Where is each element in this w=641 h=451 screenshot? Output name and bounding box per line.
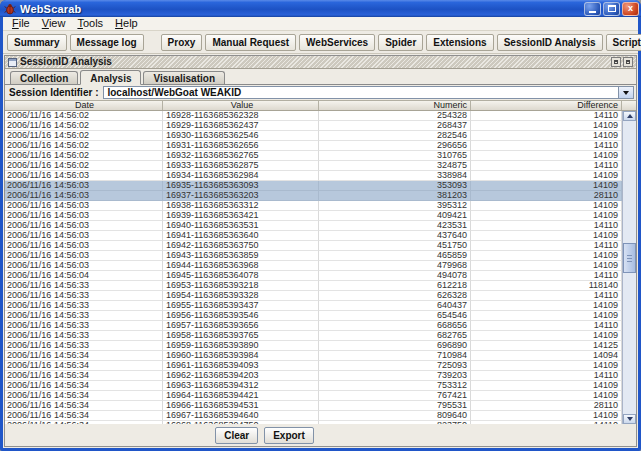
menu-item-file[interactable]: File <box>6 17 36 30</box>
scroll-up-button[interactable] <box>623 111 636 121</box>
toolbar: SummaryMessage logProxyManual RequestWeb… <box>3 31 638 54</box>
table-row[interactable]: 2006/11/16 14:56:3316953-116368539321861… <box>5 281 622 291</box>
column-header-value[interactable]: Value <box>163 101 319 110</box>
session-identifier-combobox[interactable]: localhost/WebGoat WEAKID <box>103 86 634 99</box>
scrollbar-thumb[interactable] <box>623 243 636 273</box>
menu-item-help[interactable]: Help <box>109 17 144 30</box>
table-row[interactable]: 2006/11/16 14:56:0216930-116368536254628… <box>5 131 622 141</box>
cell-date: 2006/11/16 14:56:34 <box>5 381 163 391</box>
cell-numeric: 739203 <box>319 371 471 381</box>
cell-difference: 14109 <box>471 301 622 311</box>
toolbar-button-webservices[interactable]: WebServices <box>299 34 375 51</box>
cell-numeric: 654546 <box>319 311 471 321</box>
table-row[interactable]: 2006/11/16 14:56:3416967-116368539464080… <box>5 411 622 421</box>
tab-analysis[interactable]: Analysis <box>80 70 141 85</box>
cell-numeric: 494078 <box>319 271 471 281</box>
cell-value: 16929-1163685362437 <box>163 121 319 131</box>
toolbar-button-manual-request[interactable]: Manual Request <box>205 34 296 51</box>
maximize-icon <box>608 5 616 12</box>
table-row[interactable]: 2006/11/16 14:56:3416961-116368539409372… <box>5 361 622 371</box>
cell-date: 2006/11/16 14:56:33 <box>5 311 163 321</box>
table-row[interactable]: 2006/11/16 14:56:3316954-116368539332862… <box>5 291 622 301</box>
cell-date: 2006/11/16 14:56:03 <box>5 251 163 261</box>
export-button[interactable]: Export <box>264 427 314 444</box>
cell-difference: 14109 <box>471 131 622 141</box>
table-row[interactable]: 2006/11/16 14:56:3416963-116368539431275… <box>5 381 622 391</box>
tab-visualisation[interactable]: Visualisation <box>143 71 225 84</box>
scroll-down-button[interactable] <box>623 414 636 424</box>
vertical-scrollbar[interactable] <box>622 111 636 424</box>
table-row[interactable]: 2006/11/16 14:56:0216933-116368536287532… <box>5 161 622 171</box>
table-row[interactable]: 2006/11/16 14:56:3416966-116368539453179… <box>5 401 622 411</box>
menu-item-view[interactable]: View <box>36 17 72 30</box>
scrollbar-track[interactable] <box>623 121 636 414</box>
minimize-button[interactable] <box>584 2 601 16</box>
cell-date: 2006/11/16 14:56:34 <box>5 411 163 421</box>
table-row[interactable]: 2006/11/16 14:56:0216929-116368536243726… <box>5 121 622 131</box>
toolbar-button-message-log[interactable]: Message log <box>70 34 144 51</box>
cell-numeric: 296656 <box>319 141 471 151</box>
cell-value: 16964-1163685394421 <box>163 391 319 401</box>
toolbar-button-scripted[interactable]: Scripted <box>606 34 641 51</box>
table-row[interactable]: 2006/11/16 14:56:0316941-116368536364043… <box>5 231 622 241</box>
table-row[interactable]: 2006/11/16 14:56:0316943-116368536385946… <box>5 251 622 261</box>
close-button[interactable]: x <box>622 2 639 16</box>
cell-difference: 14110 <box>471 291 622 301</box>
table-row[interactable]: 2006/11/16 14:56:0216932-116368536276531… <box>5 151 622 161</box>
table-row[interactable]: 2006/11/16 14:56:3416964-116368539442176… <box>5 391 622 401</box>
minimize-icon <box>589 11 596 13</box>
cell-value: 16941-1163685363640 <box>163 231 319 241</box>
table-row[interactable]: 2006/11/16 14:56:0416945-116368536407849… <box>5 271 622 281</box>
clear-button[interactable]: Clear <box>215 427 258 444</box>
cell-date: 2006/11/16 14:56:02 <box>5 161 163 171</box>
toolbar-button-extensions[interactable]: Extensions <box>426 34 493 51</box>
cell-numeric: 353093 <box>319 181 471 191</box>
cell-numeric: 338984 <box>319 171 471 181</box>
cell-date: 2006/11/16 14:56:03 <box>5 221 163 231</box>
cell-value: 16935-1163685363093 <box>163 181 319 191</box>
cell-numeric: 725093 <box>319 361 471 371</box>
app-body: FileViewToolsHelp SummaryMessage logProx… <box>3 17 638 448</box>
cell-value: 16934-1163685362984 <box>163 171 319 181</box>
table-row[interactable]: 2006/11/16 14:56:3316958-116368539376568… <box>5 331 622 341</box>
column-header-difference[interactable]: Difference <box>471 101 622 110</box>
toolbar-button-summary[interactable]: Summary <box>7 34 67 51</box>
cell-difference: 14110 <box>471 221 622 231</box>
table-row[interactable]: 2006/11/16 14:56:0316944-116368536396847… <box>5 261 622 271</box>
column-header-numeric[interactable]: Numeric <box>319 101 471 110</box>
table-row[interactable]: 2006/11/16 14:56:0316934-116368536298433… <box>5 171 622 181</box>
maximize-button[interactable] <box>603 2 620 16</box>
cell-difference: 118140 <box>471 281 622 291</box>
frame-maximize-button[interactable] <box>623 57 633 67</box>
table-row[interactable]: 2006/11/16 14:56:3416960-116368539398471… <box>5 351 622 361</box>
table-row[interactable]: 2006/11/16 14:56:3416962-116368539420373… <box>5 371 622 381</box>
cell-value: 16960-1163685393984 <box>163 351 319 361</box>
cell-difference: 14109 <box>471 261 622 271</box>
table-row[interactable]: 2006/11/16 14:56:0316935-116368536309335… <box>5 181 622 191</box>
title-bar[interactable]: WebScarab x <box>0 0 641 17</box>
toolbar-button-proxy[interactable]: Proxy <box>161 34 203 51</box>
menu-item-tools[interactable]: Tools <box>71 17 109 30</box>
table-row[interactable]: 2006/11/16 14:56:0316939-116368536342140… <box>5 211 622 221</box>
table-row[interactable]: 2006/11/16 14:56:0216931-116368536265629… <box>5 141 622 151</box>
table-row[interactable]: 2006/11/16 14:56:3316955-116368539343764… <box>5 301 622 311</box>
table-row[interactable]: 2006/11/16 14:56:0316938-116368536331239… <box>5 201 622 211</box>
table-row[interactable]: 2006/11/16 14:56:3316956-116368539354665… <box>5 311 622 321</box>
table-row[interactable]: 2006/11/16 14:56:3316957-116368539365666… <box>5 321 622 331</box>
table-row[interactable]: 2006/11/16 14:56:0216928-116368536232825… <box>5 111 622 121</box>
column-header-date[interactable]: Date <box>5 101 163 110</box>
cell-difference: 14109 <box>471 311 622 321</box>
table-row[interactable]: 2006/11/16 14:56:0316940-116368536353142… <box>5 221 622 231</box>
toolbar-button-sessionid-analysis[interactable]: SessionID Analysis <box>497 34 603 51</box>
cell-numeric: 710984 <box>319 351 471 361</box>
combobox-dropdown-button[interactable] <box>618 87 633 98</box>
table-row[interactable]: 2006/11/16 14:56:3316959-116368539389069… <box>5 341 622 351</box>
frame-title-bar[interactable]: SessionID Analysis <box>5 56 636 69</box>
cell-difference: 14109 <box>471 361 622 371</box>
cell-date: 2006/11/16 14:56:02 <box>5 141 163 151</box>
frame-restore-button[interactable] <box>611 57 621 67</box>
table-row[interactable]: 2006/11/16 14:56:0316937-116368536320338… <box>5 191 622 201</box>
table-row[interactable]: 2006/11/16 14:56:0316942-116368536375045… <box>5 241 622 251</box>
toolbar-button-spider[interactable]: Spider <box>378 34 423 51</box>
tab-collection[interactable]: Collection <box>10 71 78 84</box>
